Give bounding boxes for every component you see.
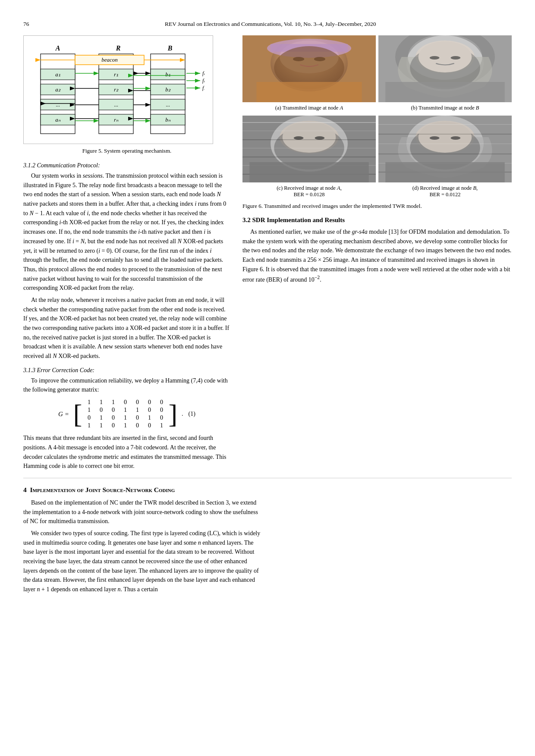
svg-text:a₁: a₁ xyxy=(55,71,60,78)
svg-point-102 xyxy=(430,136,440,140)
svg-text:beacon: beacon xyxy=(101,56,118,63)
svg-rect-96 xyxy=(249,162,368,182)
svg-text:...: ... xyxy=(114,101,118,108)
svg-rect-71 xyxy=(257,82,362,102)
section4-heading: 4 Implementation of Joint Source-Network… xyxy=(23,486,512,494)
svg-text:A: A xyxy=(55,44,60,52)
section313-heading: 3.1.3 Error Correction Code: xyxy=(23,367,230,374)
svg-rect-91 xyxy=(242,139,376,140)
section313-para2: This means that three redundant bits are… xyxy=(23,433,230,471)
section4-container: 4 Implementation of Joint Source-Network… xyxy=(23,478,512,597)
section312-para2: At the relay node, whenever it receives … xyxy=(23,295,230,361)
eq-number: (1) xyxy=(189,411,195,417)
svg-point-79 xyxy=(451,56,461,60)
matrix-bracket-left: [ xyxy=(73,401,82,427)
matrix-label: G = xyxy=(58,411,69,418)
section4-twocol: Based on the implementation of NC under … xyxy=(23,498,512,597)
svg-rect-110 xyxy=(385,162,504,182)
svg-point-77 xyxy=(419,41,472,72)
svg-text:r₁: r₁ xyxy=(114,71,118,78)
caption-a: (a) Transmited image at node A xyxy=(242,105,376,111)
svg-rect-80 xyxy=(385,82,504,102)
svg-text:a₂: a₂ xyxy=(55,86,61,93)
svg-text:aₙ: aₙ xyxy=(55,116,61,123)
figure5-container: A R B beacon xyxy=(23,35,213,144)
svg-text:...: ... xyxy=(56,101,60,108)
svg-text:f₀ + β: f₀ + β xyxy=(202,78,205,84)
svg-point-70 xyxy=(314,57,325,61)
svg-text:r₂: r₂ xyxy=(114,86,119,93)
svg-point-86 xyxy=(294,136,304,140)
page: 76 REV Journal on Electronics and Commun… xyxy=(0,0,535,756)
svg-text:bₙ: bₙ xyxy=(165,116,171,123)
page-number: 76 xyxy=(23,21,29,28)
figure6-bottom-captions: (c) Received image at node A,BER = 0.012… xyxy=(242,185,512,198)
svg-rect-107 xyxy=(378,154,512,154)
section32-heading: 3.2 SDR Implementation and Results xyxy=(242,216,512,224)
svg-text:rₙ: rₙ xyxy=(114,116,119,123)
svg-rect-90 xyxy=(242,131,376,131)
section4-left: Based on the implementation of NC under … xyxy=(23,498,261,597)
caption-b: (b) Transmited image at node B xyxy=(378,105,512,111)
figure5-caption: Figure 5. System operating mechanism. xyxy=(23,147,230,154)
left-column: A R B beacon xyxy=(23,35,230,474)
section313-para1: To improve the communication reliability… xyxy=(23,376,230,395)
figure6-top-row xyxy=(242,35,512,102)
svg-rect-105 xyxy=(378,134,512,135)
image-transmitted-a xyxy=(242,35,376,102)
image-received-c xyxy=(242,116,376,182)
caption-c: (c) Received image at node A,BER = 0.012… xyxy=(242,185,376,198)
svg-text:f₀ − β: f₀ − β xyxy=(202,70,205,76)
svg-text:b₂: b₂ xyxy=(165,86,171,93)
lena-svg-b xyxy=(378,35,512,102)
section312-para1: Our system works in sessions. The transm… xyxy=(23,171,230,293)
journal-title: REV Journal on Electronics and Communica… xyxy=(29,21,512,28)
matrix-grid: 1110000 1001100 0101010 1101001 xyxy=(85,399,166,429)
lena-svg-c xyxy=(242,116,376,182)
figure6-top-captions: (a) Transmited image at node A (b) Trans… xyxy=(242,105,512,111)
section4-para1: Based on the implementation of NC under … xyxy=(23,498,261,526)
svg-text:B: B xyxy=(167,44,173,52)
matrix-bracket-right: ] xyxy=(168,401,177,427)
figure6-bottom-row xyxy=(242,116,512,182)
figure5-diagram: A R B beacon xyxy=(32,41,205,140)
image-transmitted-b xyxy=(378,35,512,102)
image-received-d xyxy=(378,116,512,182)
svg-text:f₁: f₁ xyxy=(202,85,205,91)
section4-right xyxy=(274,498,512,597)
figure6-caption: Figure 6. Transmitted and received image… xyxy=(242,202,512,210)
svg-point-69 xyxy=(293,57,304,61)
caption-d: (d) Received image at node B,BER = 0.012… xyxy=(378,185,512,198)
lena-svg-d xyxy=(378,116,512,182)
svg-point-78 xyxy=(430,56,440,60)
right-column: (a) Transmited image at node A (b) Trans… xyxy=(242,35,512,474)
svg-rect-92 xyxy=(242,148,376,148)
section4-para2: We consider two types of source coding. … xyxy=(23,529,261,594)
svg-rect-106 xyxy=(378,144,512,144)
svg-rect-93 xyxy=(242,157,376,157)
svg-point-101 xyxy=(419,122,472,153)
lena-svg-a xyxy=(242,35,376,102)
equation-block: G = [ 1110000 1001100 0101010 1101001 ] … xyxy=(23,399,230,429)
svg-rect-104 xyxy=(378,124,512,125)
svg-point-87 xyxy=(315,136,325,140)
matrix-wrap: G = [ 1110000 1001100 0101010 1101001 ] … xyxy=(58,399,183,429)
svg-text:R: R xyxy=(116,44,121,52)
section312-heading: 3.1.2 Communication Protocol: xyxy=(23,162,230,169)
matrix-dot: . xyxy=(182,411,183,417)
svg-rect-89 xyxy=(242,122,376,123)
svg-text:...: ... xyxy=(166,101,170,108)
svg-point-103 xyxy=(451,136,461,140)
header: 76 REV Journal on Electronics and Commun… xyxy=(23,21,512,28)
two-column-layout: A R B beacon xyxy=(23,35,512,474)
svg-text:b₁: b₁ xyxy=(165,71,170,78)
section32-para1: As mentioned earlier, we make use of the… xyxy=(242,227,512,285)
